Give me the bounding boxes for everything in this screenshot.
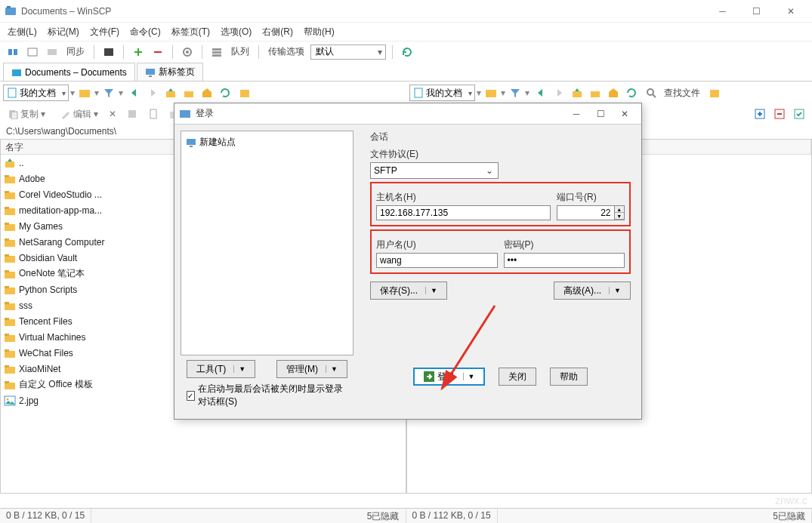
svg-rect-28 <box>128 110 136 118</box>
svg-rect-16 <box>79 90 90 97</box>
svg-rect-57 <box>5 351 15 358</box>
svg-rect-60 <box>5 365 9 368</box>
right-up-icon[interactable] <box>569 85 585 101</box>
tab-documents[interactable]: Documents – Documents <box>3 63 135 81</box>
sync-browse-icon[interactable] <box>44 44 60 60</box>
dialog-minimize-button[interactable]: ─ <box>564 105 588 123</box>
username-input[interactable] <box>376 253 498 268</box>
transfer-preset-combo[interactable]: 默认 <box>310 45 386 60</box>
props-icon[interactable] <box>124 109 140 119</box>
right-open-folder-icon[interactable] <box>483 85 499 101</box>
svg-rect-3 <box>14 49 17 55</box>
right-back-icon[interactable] <box>533 85 549 101</box>
queue-icon[interactable] <box>208 44 225 60</box>
menu-help[interactable]: 帮助(H) <box>301 24 338 40</box>
tab-new[interactable]: 新标签页 <box>137 63 203 81</box>
new-icon[interactable] <box>145 109 162 119</box>
help-button[interactable]: 帮助 <box>550 368 588 386</box>
close-dialog-button[interactable]: 关闭 <box>499 368 536 386</box>
right-filter-icon[interactable] <box>507 85 523 101</box>
svg-rect-34 <box>5 162 14 168</box>
add-icon[interactable] <box>130 44 147 60</box>
find-label[interactable]: 查找文件 <box>661 87 703 100</box>
svg-rect-15 <box>8 88 16 97</box>
status-left-hidden: 5已隐藏 <box>361 509 406 523</box>
svg-rect-20 <box>415 88 422 97</box>
menubar: 左侧(L) 标记(M) 文件(F) 命令(C) 标签页(T) 选项(O) 右侧(… <box>0 23 812 41</box>
menu-left[interactable]: 左侧(L) <box>5 24 40 40</box>
left-refresh-icon[interactable] <box>217 85 233 101</box>
left-drive-combo[interactable]: 我的文档 <box>3 85 69 101</box>
svg-rect-36 <box>5 175 9 177</box>
maximize-button[interactable]: ☐ <box>739 1 773 22</box>
right-home-icon[interactable] <box>605 85 622 101</box>
manage-button[interactable]: 管理(M) <box>276 360 347 378</box>
left-filter-icon[interactable] <box>100 85 117 101</box>
left-forward-icon[interactable] <box>144 85 161 101</box>
svg-rect-6 <box>104 48 113 56</box>
right-find-icon[interactable] <box>643 85 659 101</box>
remove-icon[interactable] <box>150 44 166 60</box>
svg-rect-39 <box>5 208 15 215</box>
left-back-icon[interactable] <box>126 85 143 101</box>
login-button[interactable]: 登录 <box>413 368 486 386</box>
menu-right[interactable]: 右侧(R) <box>259 24 296 40</box>
save-button[interactable]: 保存(S)... <box>370 281 447 300</box>
minus-box-icon[interactable] <box>771 106 788 122</box>
tools-button[interactable]: 工具(T) <box>187 360 255 378</box>
terminal-icon[interactable] <box>100 44 117 60</box>
left-open-folder-icon[interactable] <box>76 85 93 101</box>
status-left: 0 B / 112 KB, 0 / 15 <box>0 509 91 523</box>
copy-button[interactable]: 复制 ▾ <box>5 108 48 121</box>
left-bookmark-icon[interactable] <box>236 85 253 101</box>
queue-label: 队列 <box>228 45 252 58</box>
edit-button[interactable]: 编辑 ▾ <box>57 108 101 121</box>
menu-mark[interactable]: 标记(M) <box>45 24 82 40</box>
refresh-all-icon[interactable] <box>399 44 415 60</box>
dialog-icon <box>179 108 191 120</box>
transfer-opts-label: 传输选项 <box>265 45 307 58</box>
svg-rect-18 <box>184 91 193 97</box>
right-root-icon[interactable] <box>587 85 604 101</box>
port-spinner[interactable]: ▲▼ <box>615 205 625 220</box>
menu-options[interactable]: 选项(O) <box>218 24 255 40</box>
settings-icon[interactable] <box>179 44 196 60</box>
folder-icon <box>4 315 16 328</box>
left-root-icon[interactable] <box>181 85 197 101</box>
new-site-item[interactable]: 新建站点 <box>184 134 350 150</box>
tab-folder-icon <box>11 67 22 78</box>
advanced-button[interactable]: 高级(A)... <box>554 281 631 300</box>
protocol-select[interactable]: SFTP <box>370 162 499 179</box>
host-label: 主机名(H) <box>376 191 551 204</box>
dialog-maximize-button[interactable]: ☐ <box>588 105 613 123</box>
username-label: 用户名(U) <box>376 238 498 251</box>
svg-point-24 <box>647 89 653 95</box>
minimize-button[interactable]: ─ <box>705 1 739 22</box>
menu-command[interactable]: 命令(C) <box>127 24 164 40</box>
left-home-icon[interactable] <box>199 85 215 101</box>
menu-file[interactable]: 文件(F) <box>87 24 122 40</box>
right-refresh-icon[interactable] <box>623 85 640 101</box>
x-icon[interactable]: ✕ <box>106 109 119 119</box>
monitor-icon <box>145 67 156 78</box>
host-input[interactable] <box>376 205 551 220</box>
check-box-icon[interactable] <box>791 106 807 122</box>
right-forward-icon[interactable] <box>551 85 567 101</box>
svg-rect-54 <box>5 318 9 320</box>
port-input[interactable] <box>557 205 615 220</box>
svg-rect-13 <box>146 69 155 75</box>
folder-icon <box>4 173 16 185</box>
menu-tabs[interactable]: 标签页(T) <box>168 24 213 40</box>
dialog-close-button[interactable]: ✕ <box>613 105 637 123</box>
pane-headers: 我的文档 ▾ ▾ ▾ 我的文档 ▾ ▾ ▾ 查找文件 <box>0 82 812 104</box>
right-drive-combo[interactable]: 我的文档 <box>409 85 475 101</box>
password-input[interactable] <box>504 253 625 268</box>
sync-icon[interactable] <box>5 44 21 60</box>
left-up-icon[interactable] <box>162 85 179 101</box>
right-bookmark-icon[interactable] <box>706 85 723 101</box>
plus-box-icon[interactable] <box>752 106 768 122</box>
compare-icon[interactable] <box>24 44 41 60</box>
close-button[interactable]: ✕ <box>773 1 807 22</box>
site-list[interactable]: 新建站点 <box>181 131 354 355</box>
show-on-start-checkbox[interactable]: ✓ 在启动与最后会话被关闭时显示登录对话框(S) <box>187 383 347 408</box>
